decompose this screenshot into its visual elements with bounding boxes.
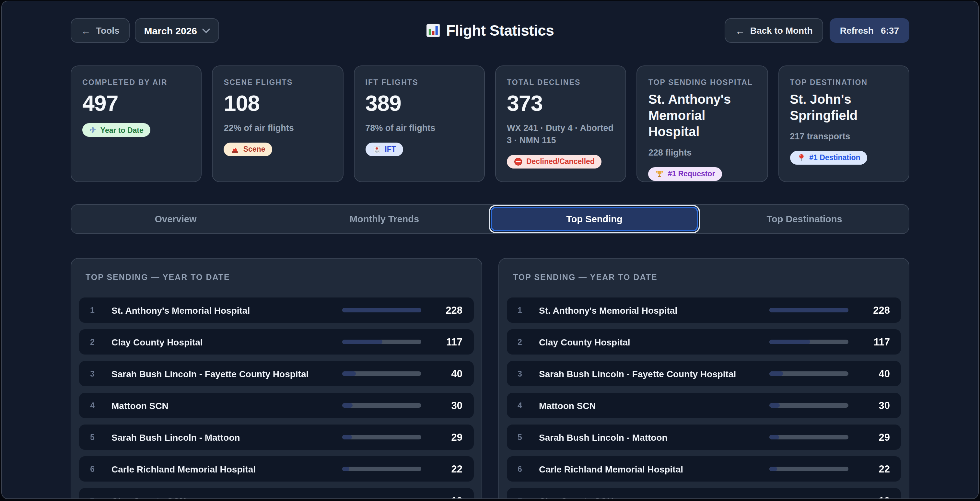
value-bar [342,498,421,499]
month-select[interactable]: March 2026 [135,18,219,43]
rank-number: 3 [517,369,530,378]
value-bar [769,308,848,312]
rank-number: 6 [517,464,530,474]
badge-label: #1 Destination [809,154,860,162]
rank-number: 7 [90,496,103,499]
panel-title: TOP SENDING — YEAR TO DATE [86,273,467,282]
list-item-mattoon-scn: 4Mattoon SCN30 [79,393,474,418]
stat-card-completed-by-air: COMPLETED BY AIR497✈Year to Date [71,65,202,182]
status-badge-year-to-date: ✈Year to Date [82,123,151,137]
stat-card-label: TOTAL DECLINES [507,78,615,86]
tab-bar: OverviewMonthly TrendsTop SendingTop Des… [71,204,909,234]
rank-number: 5 [517,433,530,442]
tab-monthly-trends[interactable]: Monthly Trends [282,207,487,231]
tools-button-label: Tools [96,25,119,36]
value-bar [769,403,848,408]
chevron-down-icon [202,28,210,33]
value-bar [769,467,848,471]
rank-number: 1 [517,305,530,315]
airplane-icon: ✈ [89,126,97,134]
list-item-carle-richland-memorial-hospital: 6Carle Richland Memorial Hospital22 [79,456,474,482]
trophy-icon [655,170,664,178]
hospital-name: Clay County Hospital [111,337,334,347]
stat-card-value: St. John's Springfield [790,91,898,124]
value-bar-fill [342,403,352,408]
stat-cards-row: COMPLETED BY AIR497✈Year to DateSCENE FL… [71,65,909,182]
list-item-sarah-bush-lincoln-fayette-county-hospital: 3Sarah Bush Lincoln - Fayette County Hos… [506,361,901,386]
back-to-month-label: Back to Month [750,25,813,36]
stat-card-ift-flights: IFT FLIGHTS38978% of air flightsIFT [353,65,485,182]
flight-count: 22 [430,463,463,475]
value-bar-fill [769,467,777,471]
list-item-clay-county-hospital: 2Clay County Hospital117 [79,329,474,355]
list-item-st-anthony-s-memorial-hospital: 1St. Anthony's Memorial Hospital228 [506,297,901,323]
flight-count: 19 [858,495,890,499]
ranking-panel: TOP SENDING — YEAR TO DATE1St. Anthony's… [498,258,909,499]
content-shell: ← Tools March 2026 Flight Statistics ← B… [71,18,909,499]
value-bar [342,371,421,376]
value-bar [342,403,421,408]
rank-number: 4 [517,401,530,410]
stat-card-label: SCENE FLIGHTS [224,78,332,86]
arrow-left-icon: ← [81,25,91,35]
tab-top-sending[interactable]: Top Sending [491,207,698,231]
value-bar [769,371,848,376]
ranking-panels: TOP SENDING — YEAR TO DATE1St. Anthony's… [71,258,909,499]
value-bar-fill [342,498,348,499]
tools-back-button[interactable]: ← Tools [71,18,130,43]
siren-icon [231,145,240,154]
list-item-clay-county-scn: 7Clay County SCN19 [506,488,901,499]
stat-card-subtext: 217 transports [790,131,898,143]
stat-card-total-declines: TOTAL DECLINES373WX 241 · Duty 4 · Abort… [495,65,627,182]
stat-card-value: 389 [365,91,473,115]
stat-card-label: COMPLETED BY AIR [82,78,190,86]
hospital-icon [372,145,381,154]
app-window: ← Tools March 2026 Flight Statistics ← B… [1,1,979,499]
status-badge-1-requestor: #1 Requestor [649,167,722,181]
hospital-name: St. Anthony's Memorial Hospital [539,305,762,315]
value-bar [342,467,421,471]
hospital-name: Sarah Bush Lincoln - Fayette County Hosp… [111,369,334,379]
hospital-name: Sarah Bush Lincoln - Fayette County Hosp… [539,369,762,379]
value-bar-fill [769,371,783,376]
hospital-name: Carle Richland Memorial Hospital [111,464,334,474]
stat-card-subtext: 228 flights [649,147,756,159]
value-bar-fill [342,340,382,344]
tab-overview[interactable]: Overview [73,207,278,231]
value-bar-fill [342,308,421,312]
value-bar-fill [769,435,780,439]
value-bar [342,435,421,439]
status-badge-declined-cancelled: Declined/Cancelled [507,155,602,169]
value-bar [769,340,848,344]
refresh-label: Refresh [840,25,874,36]
hospital-name: Sarah Bush Lincoln - Mattoon [111,432,334,442]
list-item-sarah-bush-lincoln-mattoon: 5Sarah Bush Lincoln - Mattoon29 [506,425,901,450]
rank-number: 5 [90,433,103,442]
value-bar-fill [342,371,356,376]
back-to-month-button[interactable]: ← Back to Month [725,18,823,43]
hospital-name: Mattoon SCN [111,400,334,410]
tab-top-destinations[interactable]: Top Destinations [702,207,907,231]
stat-card-subtext: WX 241 · Duty 4 · Aborted 3 · NMN 115 [507,122,615,147]
rank-number: 1 [90,305,103,315]
page-title-text: Flight Statistics [446,22,554,39]
top-bar: ← Tools March 2026 Flight Statistics ← B… [71,18,909,43]
rank-number: 4 [90,401,103,410]
hospital-name: Sarah Bush Lincoln - Mattoon [539,432,762,442]
stat-card-top-destination: TOP DESTINATIONSt. John's Springfield217… [778,65,909,182]
value-bar-fill [769,340,810,344]
status-badge-1-destination: #1 Destination [790,151,867,165]
stat-card-top-sending-hospital: TOP SENDING HOSPITALSt. Anthony's Memori… [637,65,768,182]
value-bar [769,435,848,439]
flight-count: 40 [430,368,463,380]
rank-number: 2 [90,337,103,347]
status-badge-ift: IFT [365,143,403,156]
no-entry-icon [514,157,522,166]
stat-card-label: TOP SENDING HOSPITAL [649,78,756,86]
value-bar [342,340,421,344]
refresh-button[interactable]: Refresh 6:37 [830,18,909,43]
stat-card-value: 373 [507,91,615,115]
flight-count: 29 [858,431,890,443]
hospital-name: St. Anthony's Memorial Hospital [111,305,334,315]
ranking-panel: TOP SENDING — YEAR TO DATE1St. Anthony's… [71,258,482,499]
